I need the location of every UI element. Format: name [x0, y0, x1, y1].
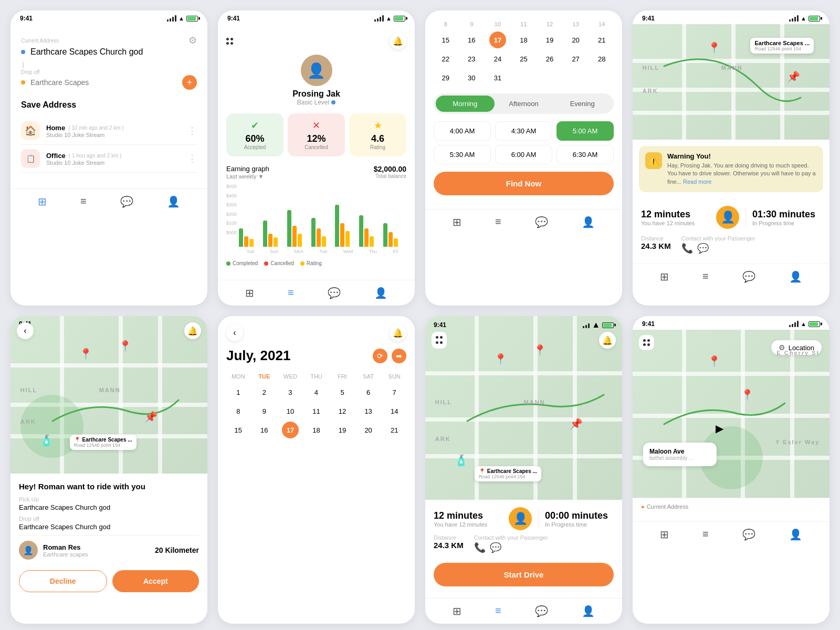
message-icon[interactable]: 💬 [697, 243, 709, 254]
hill-label-5: HILL [20, 387, 37, 393]
nav-list-3[interactable]: ≡ [495, 216, 501, 228]
nav-chat-2[interactable]: 💬 [328, 287, 341, 299]
grid-menu-8[interactable] [639, 335, 654, 350]
map-loc-addr-5: Road 12546 point 154 [74, 443, 132, 448]
settings-icon[interactable]: ⚙ [188, 35, 197, 46]
dropoff-input[interactable] [30, 78, 182, 87]
in-progress-info: 12 minutes You have 12 minutes 👤 00:00 m… [425, 500, 622, 563]
bottom-nav-4: ⊞ ≡ 💬 👤 [633, 264, 830, 289]
home-options[interactable]: ⋮ [187, 125, 197, 136]
nav-list-2[interactable]: ≡ [288, 287, 294, 299]
progress-box-7: 00:00 minutes In Progress time [545, 510, 614, 528]
action-row: Decline Accept [19, 570, 199, 592]
nav-profile-7[interactable]: 👤 [582, 605, 595, 617]
nav-list-7[interactable]: ≡ [495, 605, 501, 617]
driver-avatar: 👤 [226, 55, 406, 86]
phone-icon[interactable]: 📞 [681, 243, 693, 254]
nav-home-4[interactable]: ⊞ [660, 270, 669, 283]
nav-chat-3[interactable]: 💬 [535, 216, 548, 228]
earning-title: Earning graph [226, 165, 269, 173]
notification-bell[interactable]: 🔔 [390, 33, 406, 49]
nav-list-8[interactable]: ≡ [702, 528, 709, 541]
location-popup-4: Earthcare Scapes ... Road 12546 point 15… [750, 38, 814, 54]
menu-icon[interactable] [226, 38, 233, 45]
nav-chat-7[interactable]: 💬 [535, 605, 548, 617]
afternoon-tab[interactable]: Afternoon [495, 96, 553, 112]
today-july[interactable]: 17 [282, 422, 299, 438]
nav-list-4[interactable]: ≡ [702, 270, 709, 283]
nav-profile-3[interactable]: 👤 [582, 216, 595, 228]
map-location-popup-5: 📍 Earthcare Scapes ... Road 12546 point … [70, 435, 136, 450]
pin-7-red[interactable]: 📌 [570, 417, 583, 430]
pin-8-green[interactable]: ▶ [716, 422, 723, 435]
bottom-nav: ⊞ ≡ 💬 👤 [10, 188, 207, 214]
nav-home-icon[interactable]: ⊞ [38, 195, 47, 208]
pin-5-2[interactable]: 📍 [119, 340, 132, 352]
nav-profile-8[interactable]: 👤 [789, 528, 802, 541]
warning-icon: ⚠️ [645, 152, 662, 169]
add-location-button[interactable]: + [182, 75, 197, 90]
driver-level: Basic Level [226, 99, 406, 106]
prev-arrow[interactable]: ⟳ [373, 349, 387, 363]
pin-7-1[interactable]: 📍 [494, 353, 507, 365]
time-value-4: 12 minutes [641, 209, 710, 220]
start-drive-button[interactable]: Start Drive [434, 563, 614, 586]
nav-profile-2[interactable]: 👤 [374, 287, 387, 299]
pin-7-bottle[interactable]: 🧴 [455, 454, 468, 467]
read-more-link[interactable]: Read more [683, 178, 711, 185]
back-button-5[interactable]: ‹ [17, 322, 34, 339]
legend-rating: Rating [300, 260, 322, 266]
slot-430am[interactable]: 4:30 AM [495, 121, 552, 141]
pin-orange[interactable]: 📍 [708, 41, 721, 54]
nav-profile-icon[interactable]: 👤 [167, 195, 180, 208]
office-options[interactable]: ⋮ [187, 153, 197, 164]
nav-chat-icon[interactable]: 💬 [120, 195, 133, 208]
nav-home-7[interactable]: ⊞ [453, 605, 461, 617]
slot-630am[interactable]: 6:30 AM [556, 145, 614, 164]
find-now-button[interactable]: Find Now [434, 172, 614, 195]
decline-button[interactable]: Decline [19, 570, 107, 592]
bar-thu-amber [370, 236, 374, 247]
accepted-value: 60% [230, 133, 279, 144]
nav-chat-8[interactable]: 💬 [742, 528, 755, 541]
nav-home-2[interactable]: ⊞ [245, 287, 254, 299]
rider-name: Roman Res [43, 543, 88, 551]
time-label-7: You have 12 minutes [434, 521, 502, 528]
rating-value: 4.6 [353, 133, 402, 144]
morning-tab[interactable]: Morning [436, 96, 495, 112]
nav-profile-4[interactable]: 👤 [789, 270, 802, 283]
bell-btn-7[interactable]: 🔔 [599, 332, 616, 349]
slot-600am[interactable]: 6:00 AM [495, 145, 552, 164]
office-name: Office [46, 152, 66, 160]
pin-8-orange[interactable]: 📍 [708, 355, 721, 368]
nav-list-icon[interactable]: ≡ [80, 195, 87, 208]
phone-icon-7[interactable]: 📞 [474, 542, 486, 553]
bell-button-5[interactable]: 🔔 [184, 322, 201, 339]
pin-5-bottle[interactable]: 🧴 [40, 434, 53, 447]
nav-chat-4[interactable]: 💬 [742, 270, 755, 283]
today-date[interactable]: 17 [489, 32, 506, 48]
dropdown-arrow[interactable]: ▼ [258, 173, 264, 180]
saved-office[interactable]: 📋 Office ( 1 hou ago and 2 km ) Studio 1… [21, 145, 197, 173]
orange-dot: ● [641, 503, 645, 510]
pin-5-1[interactable]: 📍 [79, 348, 92, 360]
slot-500am[interactable]: 5:00 AM [556, 121, 614, 141]
nav-home-3[interactable]: ⊞ [453, 216, 461, 228]
time-info-row-7: 12 minutes You have 12 minutes 👤 00:00 m… [434, 507, 614, 534]
pin-5-yellow[interactable]: 📌 [144, 411, 158, 423]
loc-addr-4: Road 12546 point 154 [754, 46, 810, 51]
accept-button[interactable]: Accept [112, 570, 200, 592]
chart-bars-area [239, 184, 406, 247]
slot-400am[interactable]: 4:00 AM [434, 121, 491, 141]
next-arrow[interactable]: ➡ [392, 349, 406, 363]
saved-home[interactable]: 🏠 Home ( 10 min ago and 2 km ) Studio 10… [21, 117, 197, 145]
pin-yellow[interactable]: 📌 [787, 70, 800, 83]
nav-home-8[interactable]: ⊞ [660, 528, 669, 541]
grid-menu-7[interactable] [432, 332, 447, 349]
evening-tab[interactable]: Evening [553, 96, 612, 112]
slot-530am[interactable]: 5:30 AM [434, 145, 491, 164]
bell-btn-6[interactable]: 🔔 [390, 324, 406, 341]
pin-8-purple[interactable]: 📍 [741, 388, 754, 401]
message-icon-7[interactable]: 💬 [490, 542, 501, 553]
prev-month-btn[interactable]: ‹ [226, 324, 243, 341]
